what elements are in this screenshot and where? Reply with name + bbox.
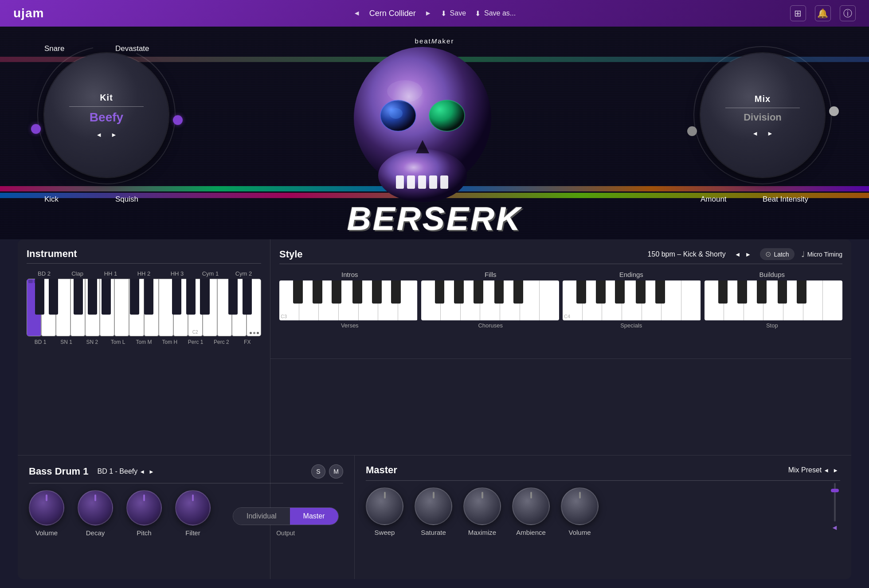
- micro-timing-btn[interactable]: ♩ Micro Timing: [801, 249, 842, 259]
- key-w8[interactable]: [129, 279, 144, 336]
- instrument-keyboard[interactable]: C2: [27, 279, 261, 336]
- kit-knob[interactable]: Kit Beefy ◄ ►: [44, 53, 168, 177]
- output-individual-btn[interactable]: Individual: [233, 508, 290, 525]
- save-btn[interactable]: ⬇ Save: [441, 9, 466, 18]
- style-keyboard-intros[interactable]: C3: [279, 280, 418, 320]
- key-w14[interactable]: [217, 279, 232, 336]
- top-center: ◄ Cern Collider ► ⬇ Save ⬇ Save as...: [353, 9, 516, 18]
- style-keyboard-fills[interactable]: [421, 280, 560, 320]
- master-volume-knob-item: Volume: [561, 487, 599, 536]
- key-bd1[interactable]: [27, 279, 41, 336]
- instrument-bottom-labels: BD 1 SN 1 SN 2 Tom L Tom M Tom H Perc 1 …: [27, 339, 261, 345]
- key-w9[interactable]: [144, 279, 159, 336]
- skull-svg: [347, 47, 498, 211]
- style-header: Style 150 bpm – Kick & Shorty ◄ ► ⊙ Latc…: [279, 248, 842, 260]
- output-master-btn[interactable]: Master: [290, 508, 338, 525]
- style-next-btn[interactable]: ►: [745, 251, 752, 258]
- c2-label: C2: [192, 330, 198, 335]
- key-w6[interactable]: [100, 279, 114, 336]
- info-btn[interactable]: ⓘ: [840, 5, 856, 21]
- style-keyboard-buildups[interactable]: [705, 280, 843, 320]
- expand-btn[interactable]: ⊞: [790, 5, 806, 21]
- instrument-title: Instrument: [27, 248, 261, 260]
- style-prev-btn[interactable]: ◄: [735, 251, 741, 258]
- style-keyboard-endings[interactable]: C4: [563, 280, 701, 320]
- latch-btn[interactable]: ⊙ Latch: [760, 248, 794, 260]
- filter-knob[interactable]: [175, 490, 211, 526]
- kit-prev-btn[interactable]: ◄: [96, 131, 102, 138]
- kit-next-btn[interactable]: ►: [111, 131, 117, 138]
- key-w10[interactable]: [159, 279, 173, 336]
- key-w15[interactable]: [232, 279, 247, 336]
- decay-knob[interactable]: [78, 490, 113, 526]
- master-prev-btn[interactable]: ◄: [823, 467, 829, 474]
- output-toggle[interactable]: Individual Master: [233, 507, 339, 525]
- maximize-label: Maximize: [468, 529, 496, 536]
- preset-next-btn[interactable]: ►: [425, 9, 432, 17]
- pitch-label: Pitch: [137, 529, 151, 537]
- svg-rect-13: [440, 175, 448, 189]
- mix-next-btn[interactable]: ►: [767, 130, 773, 137]
- note-dot-2: [34, 280, 38, 283]
- bass-prev-btn[interactable]: ◄: [139, 468, 145, 475]
- key-w4[interactable]: [70, 279, 85, 336]
- instrument-divider: [27, 263, 261, 264]
- devastate-knob-dot[interactable]: [173, 115, 183, 125]
- key-w3[interactable]: [56, 279, 70, 336]
- bass-next-btn[interactable]: ►: [149, 468, 154, 475]
- key-w11[interactable]: [173, 279, 188, 336]
- mix-knob[interactable]: Mix Division ◄ ►: [701, 53, 825, 177]
- ambience-knob-item: Ambience: [512, 487, 550, 536]
- ambience-knob[interactable]: [512, 487, 550, 525]
- latch-icon: ⊙: [765, 250, 771, 258]
- key-w16[interactable]: [247, 279, 261, 336]
- label-toml: Tom L: [105, 339, 131, 345]
- label-tomh: Tom H: [157, 339, 183, 345]
- label-fx: FX: [235, 339, 260, 345]
- volume-knob[interactable]: [29, 490, 64, 526]
- style-top-categories: Intros Fills Endings Buildups: [279, 271, 842, 278]
- squish-label: Squish: [115, 195, 138, 204]
- label-hh2: HH 2: [127, 270, 160, 277]
- beat-intensity-knob-dot[interactable]: [829, 106, 839, 116]
- key-w2[interactable]: [41, 279, 56, 336]
- master-volume-knob[interactable]: [561, 487, 599, 525]
- style-bottom-categories: Verses Choruses Specials Stop: [279, 322, 842, 329]
- volume-label: Volume: [35, 529, 58, 537]
- style-title: Style: [279, 249, 303, 260]
- key-w5[interactable]: [85, 279, 100, 336]
- bass-header: Bass Drum 1 BD 1 - Beefy ◄ ► S M: [29, 464, 343, 479]
- key-w13[interactable]: [203, 279, 217, 336]
- solo-btn[interactable]: S: [311, 464, 325, 479]
- save-icon: ⬇: [441, 9, 446, 18]
- maximize-knob[interactable]: [463, 487, 501, 525]
- style-keyboard-top: C3: [279, 280, 842, 320]
- snare-knob-dot[interactable]: [31, 124, 41, 134]
- master-knob-row: Sweep Saturate Maximize Ambience Volume: [366, 487, 840, 536]
- cat-choruses: Choruses: [420, 322, 561, 329]
- bell-btn[interactable]: 🔔: [815, 5, 831, 21]
- master-slider[interactable]: ◄: [829, 483, 840, 532]
- beatmaker-logo: beatMaker: [347, 37, 522, 45]
- slider-down-arrow[interactable]: ◄: [831, 524, 838, 532]
- amount-knob-dot[interactable]: [687, 126, 697, 136]
- label-hh1: HH 1: [94, 270, 127, 277]
- sweep-knob[interactable]: [366, 487, 403, 525]
- label-perc2: Perc 2: [208, 339, 234, 345]
- mix-prev-btn[interactable]: ◄: [752, 130, 758, 137]
- save-as-btn[interactable]: ⬇ Save as...: [475, 9, 516, 18]
- cat-verses: Verses: [279, 322, 420, 329]
- master-slider-handle[interactable]: [831, 489, 839, 492]
- label-hh3: HH 3: [160, 270, 194, 277]
- white-keys: C2: [27, 279, 261, 336]
- preset-prev-btn[interactable]: ◄: [353, 9, 360, 17]
- saturate-knob[interactable]: [415, 487, 452, 525]
- master-next-btn[interactable]: ►: [833, 467, 838, 474]
- svg-point-5: [389, 108, 403, 119]
- pitch-knob[interactable]: [126, 490, 162, 526]
- key-w7[interactable]: [114, 279, 129, 336]
- key-c2[interactable]: C2: [188, 279, 203, 336]
- mute-btn[interactable]: M: [329, 464, 343, 479]
- latch-label: Latch: [774, 251, 789, 258]
- preset-name: Cern Collider: [369, 9, 416, 18]
